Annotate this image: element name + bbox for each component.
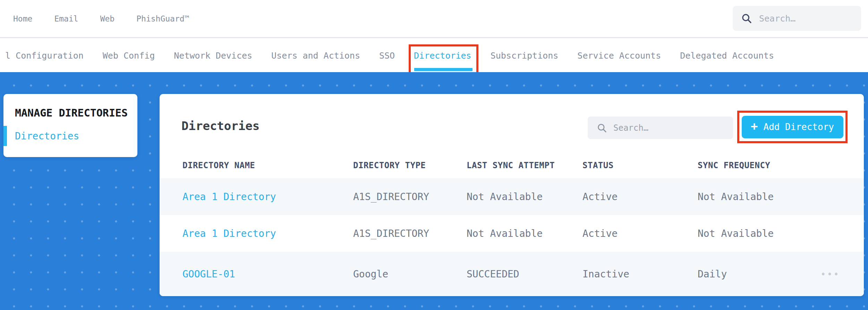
add-directory-button[interactable]: + Add Directory bbox=[742, 116, 843, 138]
sync-frequency-cell: Not Available bbox=[698, 191, 820, 203]
plus-icon: + bbox=[751, 120, 758, 132]
sidebar-item-directories[interactable]: Directories bbox=[3, 126, 137, 146]
page-title: Directories bbox=[181, 119, 259, 133]
directories-card: Directories + Add Directory DIRECTORY NA… bbox=[160, 94, 864, 296]
manage-directories-card: MANAGE DIRECTORIES Directories bbox=[3, 94, 137, 157]
column-directory-name: DIRECTORY NAME bbox=[182, 161, 353, 170]
content-area: MANAGE DIRECTORIES Directories Directori… bbox=[0, 72, 868, 310]
topnav-home[interactable]: Home bbox=[13, 14, 32, 23]
tab-directories[interactable]: Directories bbox=[414, 51, 471, 61]
directory-name-link[interactable]: Area 1 Directory bbox=[182, 191, 276, 203]
search-icon bbox=[741, 13, 752, 24]
directories-search[interactable] bbox=[588, 117, 733, 139]
directories-table: DIRECTORY NAME DIRECTORY TYPE LAST SYNC … bbox=[160, 153, 864, 296]
global-search[interactable] bbox=[733, 6, 861, 31]
tab-email-configuration[interactable]: l Configuration bbox=[5, 51, 84, 61]
tab-users-and-actions[interactable]: Users and Actions bbox=[271, 51, 360, 61]
tab-web-config[interactable]: Web Config bbox=[103, 51, 155, 61]
active-item-indicator bbox=[3, 126, 7, 146]
sync-frequency-cell: Daily bbox=[698, 268, 820, 280]
directory-type-cell: A1S_DIRECTORY bbox=[353, 191, 467, 203]
last-sync-cell: SUCCEEDED bbox=[467, 268, 582, 280]
status-cell: Inactive bbox=[582, 268, 698, 280]
tab-sso[interactable]: SSO bbox=[379, 51, 395, 61]
tab-delegated-accounts[interactable]: Delegated Accounts bbox=[680, 51, 774, 61]
settings-tabs-bar: l Configuration Web Config Network Devic… bbox=[0, 39, 868, 72]
directory-type-cell: Google bbox=[353, 268, 467, 280]
tab-directories-label: Directories bbox=[414, 51, 471, 61]
annotation-box-add-directory: + Add Directory bbox=[737, 111, 848, 143]
last-sync-cell: Not Available bbox=[467, 191, 582, 203]
add-directory-label: Add Directory bbox=[763, 122, 834, 132]
table-header-row: DIRECTORY NAME DIRECTORY TYPE LAST SYNC … bbox=[160, 153, 864, 178]
tab-subscriptions[interactable]: Subscriptions bbox=[491, 51, 559, 61]
column-status: STATUS bbox=[582, 161, 698, 170]
table-row: Area 1 Directory A1S_DIRECTORY Not Avail… bbox=[160, 178, 864, 215]
topnav-web[interactable]: Web bbox=[100, 14, 115, 23]
directory-name-link[interactable]: Area 1 Directory bbox=[182, 228, 276, 239]
directories-search-input[interactable] bbox=[613, 123, 724, 133]
global-search-input[interactable] bbox=[759, 14, 853, 24]
sidebar-item-directories-link[interactable]: Directories bbox=[15, 130, 79, 142]
column-last-sync-attempt: LAST SYNC ATTEMPT bbox=[467, 161, 582, 170]
side-card-title: MANAGE DIRECTORIES bbox=[15, 107, 128, 119]
tab-network-devices[interactable]: Network Devices bbox=[174, 51, 252, 61]
phishguard-admin-page: Home Email Web PhishGuard™ l Configurati… bbox=[0, 0, 868, 310]
column-sync-frequency: SYNC FREQUENCY bbox=[698, 161, 820, 170]
active-tab-underline bbox=[414, 68, 473, 71]
search-icon bbox=[597, 123, 607, 133]
table-row: GOOGLE-01 Google SUCCEEDED Inactive Dail… bbox=[160, 252, 864, 296]
directory-type-cell: A1S_DIRECTORY bbox=[353, 228, 467, 239]
sync-frequency-cell: Not Available bbox=[698, 228, 820, 239]
tab-service-accounts[interactable]: Service Accounts bbox=[577, 51, 661, 61]
table-row: Area 1 Directory A1S_DIRECTORY Not Avail… bbox=[160, 215, 864, 252]
directory-name-link[interactable]: GOOGLE-01 bbox=[182, 268, 235, 280]
top-navigation-bar: Home Email Web PhishGuard™ bbox=[0, 0, 868, 38]
column-directory-type: DIRECTORY TYPE bbox=[353, 161, 467, 170]
status-cell: Active bbox=[582, 228, 698, 239]
row-menu-icon[interactable]: ••• bbox=[820, 269, 840, 279]
topnav-phishguard[interactable]: PhishGuard™ bbox=[136, 14, 189, 23]
status-cell: Active bbox=[582, 191, 698, 203]
last-sync-cell: Not Available bbox=[467, 228, 582, 239]
topnav-email[interactable]: Email bbox=[54, 14, 78, 23]
